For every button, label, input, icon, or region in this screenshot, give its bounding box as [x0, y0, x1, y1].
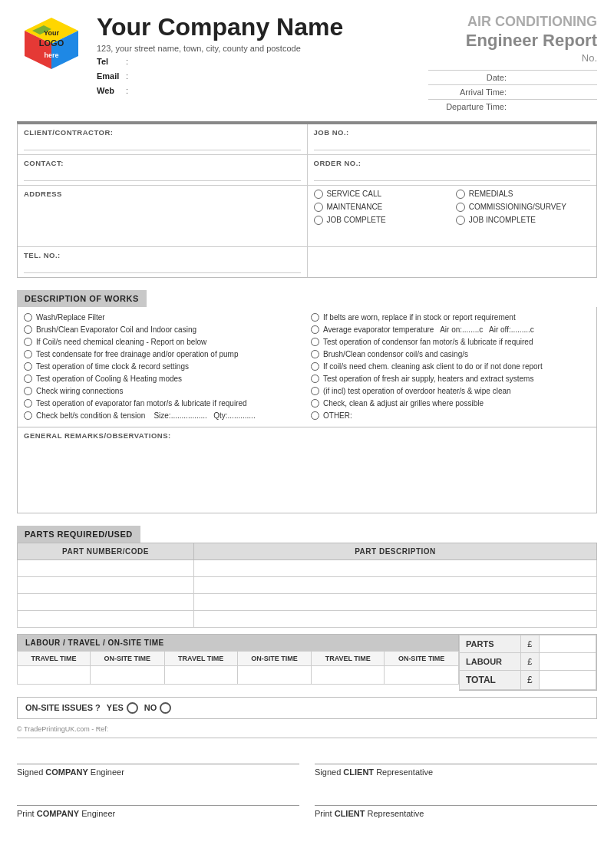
arrival-label: Arrival Time: [428, 87, 513, 97]
web-label: Web [97, 84, 126, 98]
company-address: 123, your street name, town, city, count… [97, 44, 428, 53]
report-no: No. [582, 52, 597, 64]
job-complete-radio[interactable]: JOB COMPLETE [314, 216, 448, 225]
labour-section-header: LABOUR / TRAVEL / ON-SITE TIME [17, 634, 459, 651]
total-cost-symbol: £ [521, 670, 540, 689]
table-row [18, 559, 597, 576]
print-company-label: Print COMPANY Engineer [17, 809, 299, 818]
date-label: Date: [428, 73, 513, 82]
print-client-label: Print CLIENT Representative [315, 809, 597, 818]
maintenance-radio[interactable]: MAINTENANCE [314, 203, 448, 212]
signed-client-bold: CLIENT [343, 767, 374, 777]
client-section: CLIENT/CONTRACTOR: JOB NO.: CONTACT: ORD… [17, 123, 597, 278]
works-item: OTHER: [311, 410, 590, 422]
svg-text:Your: Your [44, 29, 59, 37]
table-row [18, 610, 597, 627]
print-client-bold: CLIENT [335, 809, 365, 818]
works-item: Check wiring connections [24, 385, 303, 398]
parts-cost-row: PARTS £ [460, 635, 596, 652]
signed-company-col: Signed COMPANY Engineer [17, 741, 299, 777]
onsite-time-header-3: ON-SITE TIME [385, 651, 459, 665]
issues-yes-radio[interactable]: YES [107, 702, 138, 714]
table-row [18, 593, 597, 610]
parts-cost-symbol: £ [521, 635, 540, 652]
travel-time-header-1: TRAVEL TIME [18, 651, 91, 665]
company-name: Your Company Name [97, 14, 428, 41]
total-cost-row: TOTAL £ [460, 670, 596, 689]
works-item: Test operation of evaporator fan motor/s… [24, 398, 303, 410]
yes-label: YES [107, 703, 124, 712]
address-label: ADDRESS [24, 190, 301, 198]
onsite-time-header-1: ON-SITE TIME [90, 651, 164, 665]
works-item: (if incl) test operation of overdoor hea… [311, 385, 590, 398]
footer-ref: © TradePrintingUK.com - Ref: [17, 725, 597, 733]
print-company-bold: COMPANY [37, 809, 79, 818]
tel-label: Tel [97, 54, 126, 69]
labour-table: TRAVEL TIME ON-SITE TIME TRAVEL TIME ON-… [17, 651, 459, 685]
client-label: CLIENT/CONTRACTOR: [24, 128, 301, 137]
no-label: NO [144, 703, 157, 712]
issues-no-radio[interactable]: NO [144, 702, 172, 714]
parts-section-header: PARTS REQUIRED/USED [17, 526, 140, 543]
parts-table: PART NUMBER/CODE PART DESCRIPTION [17, 543, 597, 628]
email-label: Email [97, 69, 126, 84]
part-number-header: PART NUMBER/CODE [18, 543, 194, 559]
works-item: Brush/Clean condensor coil/s and casing/… [311, 348, 590, 361]
report-box: AIR CONDITIONING Engineer Report No. Dat… [428, 14, 597, 114]
works-item: Test operation of fresh air supply, heat… [311, 373, 590, 385]
total-cost-label: TOTAL [460, 670, 521, 689]
contact-label: CONTACT: [24, 159, 301, 167]
signed-client-label: Signed CLIENT Representative [315, 767, 597, 777]
travel-time-header-2: TRAVEL TIME [164, 651, 237, 665]
works-item: Test operation of Cooling & Heating mode… [24, 373, 303, 385]
table-row [18, 576, 597, 593]
job-incomplete-radio[interactable]: JOB INCOMPLETE [456, 216, 590, 225]
labour-cost-row: LABOUR £ [460, 652, 596, 670]
works-item: If Coil/s need chemical cleaning - Repor… [24, 336, 303, 348]
parts-section: PARTS REQUIRED/USED PART NUMBER/CODE PAR… [17, 520, 597, 628]
footer-section: © TradePrintingUK.com - Ref: Signed COMP… [17, 725, 597, 818]
commissioning-radio[interactable]: COMMISSIONING/SURVEY [456, 203, 590, 212]
labour-cost-symbol: £ [521, 652, 540, 670]
company-info: Your Company Name 123, your street name,… [97, 14, 428, 97]
costs-table-container: PARTS £ LABOUR £ TOTAL £ [459, 634, 597, 691]
issues-label: ON-SITE ISSUES ? [25, 703, 101, 712]
cost-table: PARTS £ LABOUR £ TOTAL £ [459, 635, 596, 690]
table-row [18, 665, 459, 684]
logo-box: Your LOGO here [17, 14, 86, 83]
tel-no-label: TEL. NO.: [24, 251, 301, 259]
works-item: If coil/s need chem. cleaning ask client… [311, 361, 590, 373]
remarks-label: GENERAL REMARKS/OBSERVATIONS: [24, 431, 590, 440]
labour-section: LABOUR / TRAVEL / ON-SITE TIME TRAVEL TI… [17, 634, 597, 691]
print-company-col: Print COMPANY Engineer [17, 783, 299, 818]
job-no-label: JOB NO.: [314, 128, 591, 137]
works-item: If belts are worn, replace if in stock o… [311, 312, 590, 324]
works-section: Wash/Replace Filter Brush/Clean Evaporat… [17, 307, 597, 427]
works-item: Average evaporator temperature Air on:..… [311, 324, 590, 336]
works-item: Test condensate for free drainage and/or… [24, 348, 303, 361]
signed-company-bold: COMPANY [45, 767, 87, 777]
report-title-1: AIR CONDITIONING [467, 14, 597, 31]
print-client-col: Print CLIENT Representative [315, 783, 597, 818]
departure-label: Departure Time: [428, 102, 513, 111]
remedials-radio[interactable]: REMEDIALS [456, 190, 590, 199]
labour-cost-label: LABOUR [460, 652, 521, 670]
parts-cost-label: PARTS [460, 635, 521, 652]
works-item: Test operation of time clock & record se… [24, 361, 303, 373]
svg-text:LOGO: LOGO [39, 38, 64, 48]
company-contact: Tel: Email: Web: [97, 54, 428, 97]
works-item: Check belt/s condition & tension Size:..… [24, 410, 303, 422]
report-title-2: Engineer Report [466, 31, 597, 51]
remarks-section: GENERAL REMARKS/OBSERVATIONS: [17, 427, 597, 513]
works-section-header: DESCRIPTION OF WORKS [17, 290, 147, 307]
service-call-radio[interactable]: SERVICE CALL [314, 190, 448, 199]
works-item: Test operation of condensor fan motor/s … [311, 336, 590, 348]
issues-section: ON-SITE ISSUES ? YES NO [17, 697, 597, 719]
works-item: Brush/Clean Evaporator Coil and Indoor c… [24, 324, 303, 336]
svg-text:here: here [44, 51, 58, 59]
part-description-header: PART DESCRIPTION [194, 543, 597, 559]
works-item: Check, clean & adjust air grilles where … [311, 398, 590, 410]
signed-client-col: Signed CLIENT Representative [315, 741, 597, 777]
travel-time-header-3: TRAVEL TIME [312, 651, 385, 665]
signed-company-label: Signed COMPANY Engineer [17, 767, 299, 777]
